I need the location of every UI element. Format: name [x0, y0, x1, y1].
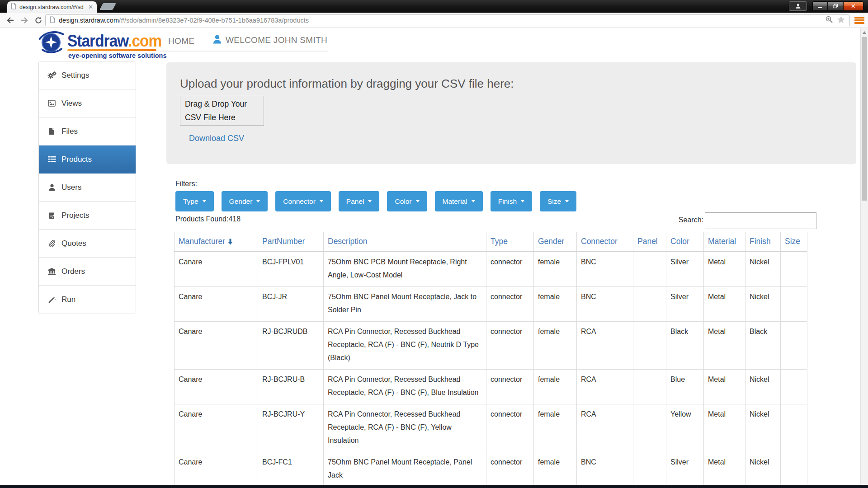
filter-connector-button[interactable]: Connector [275, 191, 331, 211]
column-header-gender[interactable]: Gender [534, 232, 577, 252]
table-cell [633, 452, 666, 485]
table-cell: Black [745, 321, 781, 369]
column-header-connector[interactable]: Connector [577, 232, 633, 252]
sidebar-item-orders[interactable]: Orders [39, 258, 136, 286]
table-cell: BNC [577, 452, 633, 485]
column-header-partnumber[interactable]: PartNumber [258, 232, 324, 252]
zoom-icon[interactable] [825, 15, 833, 25]
sidebar-item-run[interactable]: Run [39, 286, 136, 314]
table-cell: Metal [704, 252, 745, 287]
table-cell: BCJ-FPLV01 [258, 252, 324, 287]
download-csv-link[interactable]: Download CSV [189, 134, 244, 143]
nav-home-link[interactable]: HOME [168, 36, 195, 46]
column-header-material[interactable]: Material [704, 232, 745, 252]
table-cell: Nickel [745, 404, 781, 452]
url-text: design.stardraw.com/#/sdo/admin/8e8323e7… [59, 17, 821, 24]
profile-button[interactable] [789, 1, 807, 11]
browser-window: design.stardraw.com/#/sd ✕ ✕ [0, 0, 868, 488]
column-header-panel[interactable]: Panel [633, 232, 666, 252]
table-cell: Metal [704, 321, 745, 369]
scrollbar-thumb[interactable] [862, 37, 867, 201]
filter-size-button[interactable]: Size [540, 191, 576, 211]
new-tab-button[interactable] [99, 3, 116, 10]
filter-material-button[interactable]: Material [435, 191, 483, 211]
table-cell: female [534, 404, 577, 452]
browser-tab[interactable]: design.stardraw.com/#/sd ✕ [7, 1, 97, 13]
filter-panel-button[interactable]: Panel [339, 191, 380, 211]
back-icon[interactable] [6, 16, 15, 27]
brand-logo[interactable]: Stardraw.com [67, 32, 161, 51]
table-cell: Nickel [745, 286, 781, 321]
table-cell: female [534, 452, 577, 485]
table-cell: Blue [666, 369, 704, 404]
table-cell: 75Ohm BNC PCB Mount Receptacle, Right An… [324, 252, 486, 287]
table-cell: female [534, 286, 577, 321]
table-row: CanareBCJ-JR75Ohm BNC Panel Mount Recept… [175, 286, 807, 321]
table-cell: RCA Pin Connector, Recessed Buckhead Rec… [324, 369, 486, 404]
filter-gender-button[interactable]: Gender [222, 191, 268, 211]
column-header-description[interactable]: Description [324, 232, 486, 252]
wand-icon [47, 296, 57, 304]
column-header-color[interactable]: Color [666, 232, 704, 252]
image-icon [47, 99, 57, 107]
url-bar[interactable]: design.stardraw.com/#/sdo/admin/8e8323e7… [45, 14, 850, 26]
dropzone-line1: Drag & Drop Your [185, 97, 259, 111]
table-cell: RCA [577, 321, 633, 369]
scrollbar-up-arrow-icon[interactable] [863, 31, 866, 34]
sidebar-item-projects[interactable]: Projects [39, 202, 136, 230]
page-content: Stardraw.com eye-opening software soluti… [0, 28, 868, 485]
column-header-type[interactable]: Type [486, 232, 534, 252]
sidebar-item-label: Users [61, 183, 81, 192]
table-cell [633, 286, 666, 321]
table-cell: female [534, 252, 577, 287]
sidebar-item-products[interactable]: Products [39, 145, 136, 174]
table-row: CanareRJ-BCJRUDBRCA Pin Connector, Reces… [175, 321, 807, 369]
sidebar-item-label: Settings [61, 71, 89, 80]
tab-close-icon[interactable]: ✕ [88, 4, 93, 10]
users-icon [47, 183, 57, 191]
sort-descending-icon [227, 239, 233, 245]
chevron-down-icon [472, 200, 475, 202]
table-cell: RCA [577, 369, 633, 404]
products-table: Manufacturer PartNumber Description Type… [174, 232, 807, 485]
filter-color-button[interactable]: Color [387, 191, 427, 211]
nav-welcome[interactable]: WELCOME JOHN SMITH [212, 34, 327, 46]
refresh-icon[interactable] [34, 16, 42, 26]
search-input[interactable] [705, 212, 816, 229]
sidebar-item-quotes[interactable]: Quotes [39, 230, 136, 258]
bookmark-star-icon[interactable] [837, 15, 845, 26]
table-cell: connector [486, 404, 534, 452]
table-cell: Metal [704, 404, 745, 452]
column-header-finish[interactable]: Finish [745, 232, 781, 252]
column-header-size[interactable]: Size [781, 232, 807, 252]
search-label: Search: [660, 216, 703, 224]
table-row: CanareRJ-BCJRU-YRCA Pin Connector, Reces… [175, 404, 807, 452]
sidebar-item-settings[interactable]: Settings [39, 61, 136, 89]
table-cell: Yellow [666, 404, 704, 452]
brand-tagline: eye-opening software solutions [68, 52, 167, 59]
sidebar-item-users[interactable]: Users [39, 174, 136, 202]
browser-menu-icon[interactable] [854, 16, 864, 25]
table-cell: Silver [666, 252, 704, 287]
table-cell: Nickel [745, 452, 781, 485]
table-cell: BNC [577, 252, 633, 287]
table-cell: RJ-BCJRU-B [258, 369, 324, 404]
close-button[interactable]: ✕ [843, 1, 863, 11]
table-cell [781, 252, 807, 287]
filter-type-button[interactable]: Type [175, 191, 214, 211]
filters-label: Filters: [175, 180, 197, 188]
url-page-icon [50, 16, 55, 25]
sidebar-item-files[interactable]: Files [39, 117, 136, 145]
table-cell: 75Ohm BNC Panel Mount Receptacle, Panel … [324, 452, 486, 485]
list-icon [47, 156, 57, 163]
column-header-manufacturer[interactable]: Manufacturer [175, 232, 258, 252]
csv-dropzone[interactable]: Drag & Drop Your CSV File Here [180, 96, 264, 126]
forward-icon[interactable] [20, 16, 29, 27]
minimize-button[interactable] [812, 1, 828, 11]
sidebar-item-label: Run [61, 295, 75, 304]
chevron-down-icon [565, 200, 569, 202]
page-scrollbar[interactable] [860, 28, 868, 485]
maximize-button[interactable] [828, 1, 843, 11]
sidebar-item-views[interactable]: Views [39, 89, 136, 117]
filter-finish-button[interactable]: Finish [491, 191, 532, 211]
